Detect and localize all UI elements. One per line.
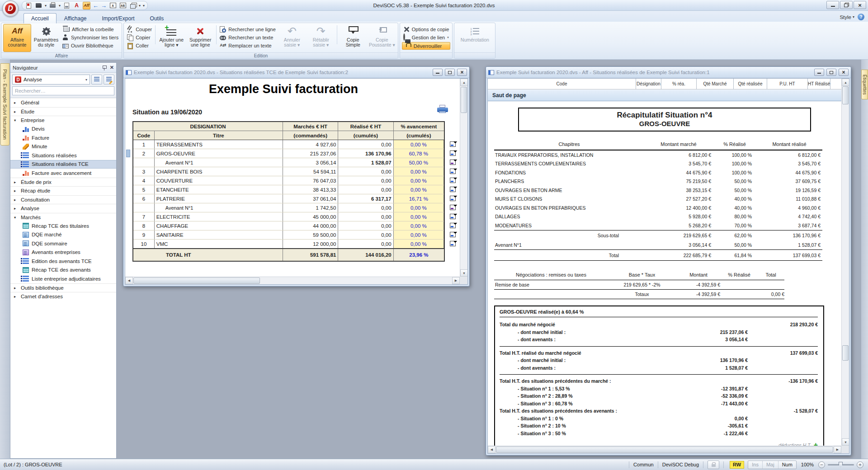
ribbon-tab[interactable]: Outils <box>142 13 172 24</box>
nav-tree-item[interactable]: ▸ Étude <box>10 107 116 116</box>
navigator-edit-view-button[interactable] <box>104 75 114 85</box>
scroll-down-icon[interactable]: ▼ <box>460 269 468 277</box>
nav-tree-item[interactable]: ▸ Liste entreprise adjudicataires <box>10 274 116 283</box>
style-menu-button[interactable]: Style▾ <box>840 14 854 20</box>
export-row-icon[interactable] <box>450 205 456 210</box>
navigate-forward-icon[interactable]: → <box>101 2 107 9</box>
expander-icon[interactable]: ▸ <box>14 206 18 211</box>
nav-tree-item[interactable]: ▸ Devis <box>10 125 116 134</box>
grid-header-cell[interactable]: Qté Marché <box>697 79 734 89</box>
options-de-copie-button[interactable]: Options de copie <box>402 26 451 33</box>
ribbon-small-button[interactable]: Ouvrir Bibliothèque <box>61 42 120 49</box>
copie-poussante-button[interactable]: Copie Poussante ▾ <box>368 24 396 52</box>
remise-row[interactable]: Remise de base 219 629,65 * -2% -4 392,5… <box>494 280 784 289</box>
keyboard-indicator[interactable]: Num <box>778 461 796 469</box>
table-row[interactable]: Avenant N°1 1 742,50 0,00 0,00 % <box>133 203 444 212</box>
nav-tree-item[interactable]: ▸ Avenants entreprises <box>10 248 116 257</box>
nav-tree-item[interactable]: ▸ Facture <box>10 133 116 142</box>
supprimer-une-ligne-button[interactable]: Supprimer une ligne <box>186 24 214 52</box>
status-debug-label[interactable]: DeviSOC Debug <box>662 462 699 467</box>
nav-tree-item[interactable]: ▸ Situations réalisées <box>10 151 116 160</box>
open-folder-icon[interactable] <box>35 2 42 9</box>
expander-icon[interactable]: ▸ <box>14 180 18 184</box>
expander-icon[interactable]: ▾ <box>14 215 18 220</box>
ribbon-tab[interactable]: Accueil <box>24 13 57 24</box>
chapitre-row[interactable]: OUVRAGES EN BETON PREFABRIQUES 12 400,00… <box>494 203 822 212</box>
center-horizontal-scrollbar[interactable]: ◀ ▶ <box>125 277 460 284</box>
navigator-mode-select[interactable]: D Analyse ▾ <box>12 75 90 85</box>
table-row[interactable]: 9 SANITAIRE 59 500,00 0,00 0,00 % <box>133 230 444 240</box>
scroll-up-icon[interactable]: ▲ <box>842 79 849 86</box>
table-row[interactable]: 4 COUVERTURE 76 047,03 0,00 0,00 % <box>133 176 444 185</box>
nav-tree-item[interactable]: ▸ Récap étude <box>10 186 116 195</box>
right-restore-button[interactable] <box>826 69 836 76</box>
affaire-courante-button[interactable]: Aff Affaire courante <box>3 24 31 52</box>
nav-tree-item[interactable]: ▸ Minute <box>10 142 116 151</box>
export-row-icon[interactable] <box>450 223 456 228</box>
zoom-slider-thumb[interactable] <box>839 462 843 467</box>
grid-header-cell[interactable]: Code <box>488 79 636 89</box>
right-minimize-button[interactable] <box>814 69 824 76</box>
center-restore-button[interactable] <box>445 69 455 76</box>
center-close-button[interactable]: × <box>457 69 467 76</box>
window-view-a-icon[interactable]: A <box>109 2 117 9</box>
nav-tree-item[interactable]: ▸ Facture avec avancement <box>10 169 116 178</box>
retablir-saisie-button[interactable]: ↷ Rétablir saisie ▾ <box>307 24 335 52</box>
chapitre-row[interactable]: MURS ET CLOISONS 27 527,20 € 40,00 % 11 … <box>494 195 822 204</box>
scroll-right-icon[interactable]: ▶ <box>834 446 841 453</box>
expander-icon[interactable]: ▾ <box>14 118 18 122</box>
chapitre-row[interactable]: TRAVAUX PREPARATOIRES, INSTALLATION 6 81… <box>494 150 822 160</box>
nav-tree-item[interactable]: ▸ DQE sommaire <box>10 239 116 248</box>
zoom-slider[interactable] <box>828 464 854 465</box>
window-view-ab-icon[interactable]: AB <box>119 2 127 9</box>
scroll-down-icon[interactable]: ▼ <box>842 438 849 446</box>
nav-tree-item[interactable]: ▸ Outils bibliothèque <box>10 283 116 292</box>
ribbon-tab[interactable]: Affichage <box>57 13 94 24</box>
deductions-link[interactable]: déductions H.T. + <box>500 442 818 446</box>
table-row[interactable]: 10 VMC 12 000,00 0,00 0,00 % <box>133 240 444 248</box>
export-row-icon[interactable] <box>450 241 456 246</box>
expander-icon[interactable]: ▸ <box>14 109 18 114</box>
ribbon-small-button[interactable]: Couper <box>126 26 153 33</box>
nav-tree-item[interactable]: ▸ Carnet d'adresses <box>10 292 116 301</box>
chapitre-row[interactable]: OUVRAGES EN BETON ARME 38 253,15 € 50,00… <box>494 186 822 195</box>
print-preview-icon[interactable] <box>63 2 71 9</box>
export-row-icon[interactable] <box>450 178 456 183</box>
ribbon-small-button[interactable]: Coller <box>126 42 153 49</box>
page-break-band[interactable]: Saut de page <box>488 89 841 101</box>
navigator-search-input[interactable] <box>12 86 114 95</box>
export-row-icon[interactable] <box>450 169 456 174</box>
chapitre-row[interactable]: MODENATURES 5 268,20 € 70,00 % 3 687,74 … <box>494 221 822 230</box>
export-row-icon[interactable] <box>450 196 456 201</box>
print-dropdown-icon[interactable]: ▾ <box>59 4 61 8</box>
chapitre-row[interactable]: FONDATIONS 44 675,90 € 100,00 % 44 675,9… <box>494 168 822 177</box>
help-icon[interactable]: ? <box>858 14 864 20</box>
nav-tree-item[interactable]: ▸ Consultation <box>10 195 116 204</box>
right-window-titlebar[interactable]: Exemple Suivi facturation 2020.dvs - Aff… <box>486 67 851 78</box>
keyboard-indicator[interactable]: Ins <box>748 461 763 469</box>
scroll-up-icon[interactable]: ▲ <box>460 79 468 86</box>
parametres-du-style-button[interactable]: Paramètres du style <box>32 24 60 52</box>
restore-button[interactable] <box>840 1 853 9</box>
table-row[interactable]: 2 GROS-OEUVRE 215 237,06 136 170,96 60,7… <box>133 149 444 158</box>
scroll-left-icon[interactable]: ◀ <box>125 277 133 284</box>
ribbon-small-button[interactable]: Rechercher un texte <box>218 34 277 41</box>
center-vertical-scrollbar[interactable]: ▲ ▼ <box>460 79 467 277</box>
open-dropdown-icon[interactable]: ▾ <box>45 4 47 8</box>
table-row[interactable]: 3 CHARPENTE BOIS 54 594,11 0,00 0,00 % <box>133 167 444 176</box>
grid-header-cell[interactable]: HT Réalisé <box>808 79 830 89</box>
scroll-right-icon[interactable]: ▶ <box>452 277 460 284</box>
ribbon-small-button[interactable]: Rechercher une ligne <box>218 26 277 33</box>
etiquettes-panel-tab[interactable]: Étiquettes <box>861 70 868 99</box>
table-row[interactable]: 8 CHAUFFAGE 44 000,00 0,00 0,00 % <box>133 221 444 230</box>
table-row[interactable]: 6 PLATRERIE 37 061,04 6 317,17 16,71 % <box>133 194 444 203</box>
nav-tree-item[interactable]: ▾ Marchés <box>10 213 116 222</box>
navigate-back-icon[interactable]: ← <box>93 2 99 9</box>
center-minimize-button[interactable] <box>433 69 443 76</box>
add-deduction-icon[interactable]: + <box>814 442 818 446</box>
ribbon-small-button[interactable]: Remplacer un texte <box>218 42 277 49</box>
right-close-button[interactable]: × <box>839 69 849 76</box>
navigator-close-icon[interactable]: ✕ <box>110 65 114 70</box>
ribbon-small-button[interactable]: Afficher la corbeille <box>61 26 120 33</box>
plan-panel-tab[interactable]: Plan - Exemple Suivi facturation <box>0 63 9 146</box>
